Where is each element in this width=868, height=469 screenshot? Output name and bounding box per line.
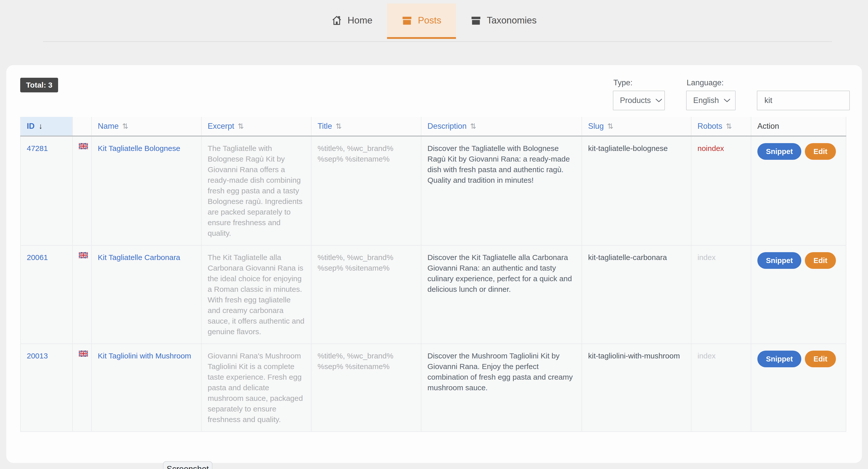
total-count-badge: Total: 3 xyxy=(20,78,58,92)
sort-icon: ⇅ xyxy=(470,122,476,130)
post-title-cell: %title%, %wc_brand% %sep% %sitename% xyxy=(311,245,421,344)
post-language-cell xyxy=(72,344,91,432)
post-action-cell: SnippetEdit xyxy=(751,344,846,432)
table-header-row: ID↓ Name⇅ Excerpt⇅ Title⇅ Description⇅ S… xyxy=(21,117,846,136)
posts-card: Total: 3 Type: Products Language: Englis… xyxy=(6,65,862,463)
post-name-link[interactable]: Kit Tagliolini with Mushroom xyxy=(98,351,191,360)
post-action-cell: SnippetEdit xyxy=(751,245,846,344)
language-filter-label: Language: xyxy=(687,79,736,87)
column-header-description[interactable]: Description⇅ xyxy=(421,117,582,136)
type-select[interactable]: Products xyxy=(613,91,665,110)
post-id-link[interactable]: 20061 xyxy=(27,253,48,262)
column-header-excerpt[interactable]: Excerpt⇅ xyxy=(202,117,311,136)
type-select-value: Products xyxy=(620,96,651,105)
table-row: 20013 Kit Tagliolini xyxy=(21,344,846,432)
post-id-cell: 47281 xyxy=(21,136,72,245)
edit-button[interactable]: Edit xyxy=(805,252,836,269)
post-name-link[interactable]: Kit Tagliatelle Carbonara xyxy=(98,253,180,262)
post-language-cell xyxy=(72,245,91,344)
post-description-cell: Discover the Mushroom Tagliolini Kit by … xyxy=(421,344,582,432)
uk-flag-icon xyxy=(79,252,85,258)
post-id-link[interactable]: 47281 xyxy=(27,144,48,153)
card-header: Total: 3 Type: Products Language: Englis… xyxy=(6,65,862,110)
sort-icon: ⇅ xyxy=(122,122,128,130)
column-header-robots[interactable]: Robots⇅ xyxy=(691,117,751,136)
post-robots-cell: index xyxy=(691,344,751,432)
column-header-title[interactable]: Title⇅ xyxy=(311,117,421,136)
post-id-cell: 20061 xyxy=(21,245,72,344)
home-icon xyxy=(332,15,342,26)
language-select-value: English xyxy=(693,96,719,105)
edit-button[interactable]: Edit xyxy=(805,143,836,160)
post-slug-cell: kit-tagliatelle-carbonara xyxy=(582,245,691,344)
post-description-cell: Discover the Kit Tagliatelle alla Carbon… xyxy=(421,245,582,344)
snippet-button[interactable]: Snippet xyxy=(757,252,801,269)
post-robots-cell: noindex xyxy=(691,136,751,245)
table-row: 47281 Kit Tagliatelle xyxy=(21,136,846,245)
column-header-slug[interactable]: Slug⇅ xyxy=(582,117,691,136)
column-header-flag xyxy=(72,117,91,136)
type-filter-group: Type: Products xyxy=(613,78,665,110)
snippet-button[interactable]: Snippet xyxy=(757,143,801,160)
search-input[interactable] xyxy=(757,91,850,110)
type-filter-label: Type: xyxy=(613,79,665,87)
sort-desc-icon: ↓ xyxy=(39,122,43,131)
post-action-cell: SnippetEdit xyxy=(751,136,846,245)
top-navigation: Home Posts Taxonomies xyxy=(0,0,868,39)
sort-icon: ⇅ xyxy=(336,122,342,130)
language-filter-group: Language: English xyxy=(686,78,736,110)
chevron-down-icon xyxy=(655,98,662,103)
nav-tab-label: Posts xyxy=(418,15,441,26)
post-name-cell: Kit Tagliatelle Carbonara xyxy=(91,245,202,344)
post-excerpt-cell: The Kit Tagliatelle alla Carbonara Giova… xyxy=(202,245,311,344)
nav-tab-posts[interactable]: Posts xyxy=(387,3,456,39)
post-slug-cell: kit-tagliolini-with-mushroom xyxy=(582,344,691,432)
chevron-down-icon xyxy=(723,98,731,103)
post-name-cell: Kit Tagliolini with Mushroom xyxy=(91,344,202,432)
post-excerpt-cell: Giovanni Rana's Mushroom Tagliolini Kit … xyxy=(202,344,311,432)
edit-button[interactable]: Edit xyxy=(805,350,836,367)
filters: Type: Products Language: English xyxy=(613,78,850,110)
post-title-cell: %title%, %wc_brand% %sep% %sitename% xyxy=(311,344,421,432)
post-id-link[interactable]: 20013 xyxy=(27,351,48,360)
posts-table: ID↓ Name⇅ Excerpt⇅ Title⇅ Description⇅ S… xyxy=(20,117,846,432)
archive-box-icon xyxy=(471,15,481,26)
post-language-cell xyxy=(72,136,91,245)
screenshot-button[interactable]: Screenshot xyxy=(163,461,213,469)
sort-icon: ⇅ xyxy=(238,122,244,130)
post-name-link[interactable]: Kit Tagliatelle Bolognese xyxy=(98,144,180,153)
uk-flag-icon xyxy=(79,350,85,357)
column-header-id[interactable]: ID↓ xyxy=(21,117,72,136)
post-excerpt-cell: The Tagliatelle with Bolognese Ragù Kit … xyxy=(202,136,311,245)
table-row: 20061 Kit Tagliatelle xyxy=(21,245,846,344)
nav-divider xyxy=(43,41,832,42)
column-header-action: Action xyxy=(751,117,846,136)
post-id-cell: 20013 xyxy=(21,344,72,432)
search-filter-group xyxy=(757,78,850,110)
uk-flag-icon xyxy=(79,143,85,149)
post-slug-cell: kit-tagliatelle-bolognese xyxy=(582,136,691,245)
column-header-name[interactable]: Name⇅ xyxy=(91,117,202,136)
sort-icon: ⇅ xyxy=(726,122,732,130)
post-description-cell: Discover the Tagliatelle with Bolognese … xyxy=(421,136,582,245)
language-select[interactable]: English xyxy=(686,91,736,110)
sort-icon: ⇅ xyxy=(607,122,613,130)
archive-box-icon xyxy=(402,15,412,26)
nav-tab-home[interactable]: Home xyxy=(317,3,387,39)
post-title-cell: %title%, %wc_brand% %sep% %sitename% xyxy=(311,136,421,245)
nav-tab-label: Home xyxy=(348,15,373,26)
nav-tab-taxonomies[interactable]: Taxonomies xyxy=(456,3,551,39)
post-name-cell: Kit Tagliatelle Bolognese xyxy=(91,136,202,245)
snippet-button[interactable]: Snippet xyxy=(757,350,801,367)
nav-tab-label: Taxonomies xyxy=(487,15,536,26)
post-robots-cell: index xyxy=(691,245,751,344)
